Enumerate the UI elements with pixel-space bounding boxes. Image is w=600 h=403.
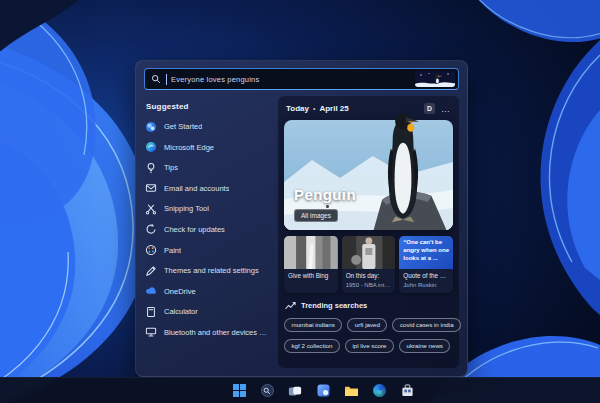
search-input[interactable]: Everyone loves penguins bbox=[144, 68, 459, 90]
trending-chip-row: mumbai indians urfi javed covid cases in… bbox=[284, 318, 453, 332]
search-query-text: Everyone loves penguins bbox=[171, 75, 259, 84]
search-icon bbox=[151, 74, 161, 84]
penguin-image bbox=[375, 107, 431, 231]
hero-title: Penguin bbox=[294, 186, 356, 203]
suggested-item-check-updates[interactable]: Check for updates bbox=[144, 223, 270, 236]
devices-icon bbox=[144, 326, 157, 339]
today-separator: • bbox=[313, 105, 315, 112]
penguin-doodle-icon bbox=[415, 71, 455, 87]
suggested-item-calculator[interactable]: Calculator bbox=[144, 305, 270, 318]
suggested-item-themes[interactable]: Themes and related settings bbox=[144, 264, 270, 277]
quote-text: “One can't be angry when one looks at a … bbox=[403, 239, 449, 262]
card-caption-subtitle: 1950 - NBA inte... bbox=[346, 281, 392, 289]
card-on-this-day[interactable]: On this day: 1950 - NBA inte... bbox=[342, 236, 396, 293]
suggested-section: Suggested Get Started Microsoft Edge bbox=[144, 96, 270, 368]
give-with-bing-image bbox=[284, 236, 338, 269]
taskbar bbox=[0, 377, 600, 403]
calculator-icon bbox=[144, 305, 157, 318]
store-icon bbox=[401, 384, 414, 397]
all-images-badge[interactable]: All images bbox=[294, 209, 338, 222]
feed-cards: Give with Bing bbox=[284, 236, 453, 293]
file-explorer-button[interactable] bbox=[343, 382, 360, 399]
email-icon bbox=[144, 182, 157, 195]
taskbar-search-icon bbox=[261, 384, 274, 397]
suggested-item-email-accounts[interactable]: Email and accounts bbox=[144, 182, 270, 195]
windows-logo-icon bbox=[233, 384, 246, 397]
card-quote-of-the-day[interactable]: “One can't be angry when one looks at a … bbox=[399, 236, 453, 293]
store-button[interactable] bbox=[399, 382, 416, 399]
edge-icon bbox=[144, 141, 157, 154]
widgets-icon bbox=[317, 384, 330, 397]
today-label: Today bbox=[286, 104, 309, 113]
snipping-tool-icon bbox=[144, 202, 157, 215]
suggested-item-onedrive[interactable]: OneDrive bbox=[144, 285, 270, 298]
card-caption: Give with Bing bbox=[288, 272, 334, 281]
suggested-item-microsoft-edge[interactable]: Microsoft Edge bbox=[144, 141, 270, 154]
task-view-icon bbox=[288, 384, 302, 398]
hero-card-penguin[interactable]: Penguin All images bbox=[284, 120, 453, 230]
trending-title: Trending searches bbox=[301, 301, 367, 310]
carousel-dot bbox=[326, 205, 329, 208]
edge-button[interactable] bbox=[371, 382, 388, 399]
trending-icon bbox=[285, 301, 296, 310]
card-caption-title: On this day: bbox=[346, 272, 392, 281]
today-feed: Today • April 25 D … bbox=[278, 96, 459, 368]
edge-browser-icon bbox=[373, 384, 386, 397]
card-give-with-bing[interactable]: Give with Bing bbox=[284, 236, 338, 293]
start-button[interactable] bbox=[231, 382, 248, 399]
on-this-day-image bbox=[342, 236, 396, 269]
trending-chip[interactable]: ukraine news bbox=[399, 339, 450, 353]
onedrive-icon bbox=[144, 285, 157, 298]
trending-chip[interactable]: mumbai indians bbox=[284, 318, 342, 332]
suggested-item-tips[interactable]: Tips bbox=[144, 161, 270, 174]
card-caption-subtitle: John Ruskin bbox=[403, 281, 449, 289]
suggested-title: Suggested bbox=[146, 102, 270, 111]
trending-chip[interactable]: urfi javed bbox=[347, 318, 387, 332]
trending-chip-row: kgf 2 collection ipl live score ukraine … bbox=[284, 339, 453, 353]
tips-icon bbox=[144, 161, 157, 174]
panel-content: Suggested Get Started Microsoft Edge bbox=[136, 94, 467, 376]
paint-icon bbox=[144, 244, 157, 257]
get-started-icon bbox=[144, 120, 157, 133]
card-caption-title: Quote of the day: bbox=[403, 272, 449, 281]
search-panel: Everyone loves penguins Suggested G bbox=[135, 60, 468, 377]
trending-chip[interactable]: covid cases in india bbox=[392, 318, 461, 332]
themes-icon bbox=[144, 264, 157, 277]
suggested-item-paint[interactable]: Paint bbox=[144, 244, 270, 257]
trending-header: Trending searches bbox=[285, 301, 452, 310]
check-updates-icon bbox=[144, 223, 157, 236]
suggested-item-get-started[interactable]: Get Started bbox=[144, 120, 270, 133]
more-options-button[interactable]: … bbox=[441, 106, 451, 112]
taskbar-search-button[interactable] bbox=[259, 382, 276, 399]
quote-image: “One can't be angry when one looks at a … bbox=[399, 236, 453, 269]
suggested-item-bluetooth-devices[interactable]: Bluetooth and other devices sett... bbox=[144, 326, 270, 339]
today-date: April 25 bbox=[319, 104, 348, 113]
file-explorer-icon bbox=[344, 384, 359, 397]
suggested-item-snipping-tool[interactable]: Snipping Tool bbox=[144, 202, 270, 215]
trending-chip[interactable]: ipl live score bbox=[345, 339, 394, 353]
task-view-button[interactable] bbox=[287, 382, 304, 399]
trending-chip[interactable]: kgf 2 collection bbox=[284, 339, 340, 353]
widgets-button[interactable] bbox=[315, 382, 332, 399]
text-cursor bbox=[166, 74, 167, 85]
